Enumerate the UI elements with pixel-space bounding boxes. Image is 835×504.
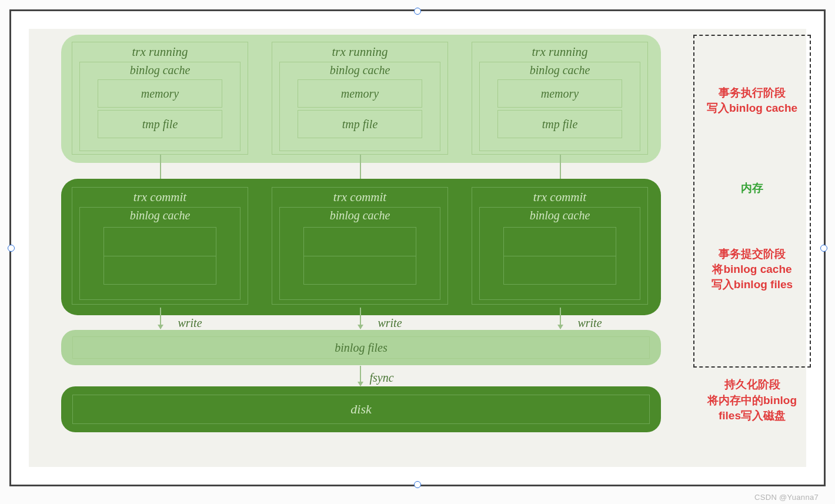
binlog-cache-label: binlog cache <box>80 62 240 77</box>
binlog-files-bar: binlog files <box>61 330 661 365</box>
binlog-cache-box: binlog cache memory tmp file <box>279 62 440 151</box>
write-label: write <box>366 316 413 330</box>
trx-commit-box: trx commit binlog cache <box>272 187 448 305</box>
tmp-file-box: tmp file <box>298 110 422 138</box>
cache-row <box>504 256 616 285</box>
trx-running-box: trx running binlog cache memory tmp file <box>272 42 448 155</box>
annotation-persist-line1: 持久化阶段 <box>693 377 811 393</box>
trx-running-label: trx running <box>472 42 647 59</box>
trx-running-label: trx running <box>72 42 248 59</box>
resize-handle-right[interactable] <box>820 245 827 252</box>
binlog-files-label: binlog files <box>72 336 650 359</box>
annotation-memory: 内存 <box>694 181 810 196</box>
annotation-exec-line2: 写入binlog cache <box>694 101 810 116</box>
memory-box: memory <box>298 79 422 108</box>
arrow-down-icon <box>160 308 161 329</box>
write-label: write <box>566 316 613 330</box>
binlog-cache-label: binlog cache <box>80 208 240 222</box>
trx-commit-label: trx commit <box>72 188 248 205</box>
memory-box: memory <box>497 79 622 108</box>
disk-label: disk <box>72 395 650 424</box>
diagram-canvas: trx running binlog cache memory tmp file… <box>29 29 806 467</box>
binlog-cache-box: binlog cache <box>279 207 440 300</box>
arrow-down-icon <box>360 308 361 329</box>
cache-row <box>104 256 216 285</box>
trx-commit-box: trx commit binlog cache <box>72 187 248 305</box>
watermark-text: CSDN @Yuanna7 <box>754 493 819 502</box>
resize-handle-top[interactable] <box>414 8 421 15</box>
binlog-cache-label: binlog cache <box>280 62 440 77</box>
cache-row <box>504 228 616 256</box>
annotation-persist: 持久化阶段 将内存中的binlog files写入磁盘 <box>693 377 811 424</box>
selection-frame: trx running binlog cache memory tmp file… <box>9 9 826 486</box>
annotation-dashed-box: 事务执行阶段 写入binlog cache 内存 事务提交阶段 将binlog … <box>693 35 811 368</box>
trx-running-box: trx running binlog cache memory tmp file <box>472 42 648 155</box>
tmp-file-box: tmp file <box>497 110 622 138</box>
arrow-down-icon <box>360 366 361 386</box>
arrow-down-icon <box>560 308 561 329</box>
fsync-label: fsync <box>369 371 393 385</box>
trx-commit-label: trx commit <box>272 188 447 205</box>
cache-row <box>104 228 216 256</box>
cache-rows <box>103 227 216 285</box>
resize-handle-bottom[interactable] <box>414 481 421 488</box>
cache-rows <box>303 227 416 285</box>
annotation-commit-line2: 将binlog cache <box>694 262 810 278</box>
trx-running-label: trx running <box>272 42 447 59</box>
binlog-cache-box: binlog cache memory tmp file <box>79 62 241 151</box>
write-label: write <box>166 316 213 330</box>
annotation-commit-line3: 写入binlog files <box>694 277 810 293</box>
tmp-file-box: tmp file <box>98 110 222 138</box>
annotation-persist-line3: files写入磁盘 <box>693 408 811 424</box>
binlog-cache-label: binlog cache <box>280 208 440 222</box>
page-root: trx running binlog cache memory tmp file… <box>0 0 835 504</box>
trx-commit-box: trx commit binlog cache <box>472 187 648 305</box>
binlog-cache-label: binlog cache <box>480 62 640 77</box>
cache-row <box>304 228 416 256</box>
trx-commit-label: trx commit <box>472 188 647 205</box>
resize-handle-left[interactable] <box>8 245 15 252</box>
stage-trx-running: trx running binlog cache memory tmp file… <box>61 35 661 163</box>
binlog-cache-box: binlog cache <box>79 207 241 300</box>
disk-bar: disk <box>61 386 661 432</box>
memory-box: memory <box>98 79 222 108</box>
binlog-cache-box: binlog cache <box>479 207 640 300</box>
annotation-persist-line2: 将内存中的binlog <box>693 393 811 409</box>
binlog-cache-label: binlog cache <box>480 208 640 222</box>
annotation-commit-line1: 事务提交阶段 <box>694 246 810 262</box>
trx-running-box: trx running binlog cache memory tmp file <box>72 42 248 155</box>
binlog-cache-box: binlog cache memory tmp file <box>479 62 640 151</box>
stage-trx-commit: trx commit binlog cache trx commit binlo… <box>61 179 661 315</box>
cache-rows <box>503 227 616 285</box>
cache-row <box>304 256 416 285</box>
annotation-exec-line1: 事务执行阶段 <box>694 85 810 101</box>
